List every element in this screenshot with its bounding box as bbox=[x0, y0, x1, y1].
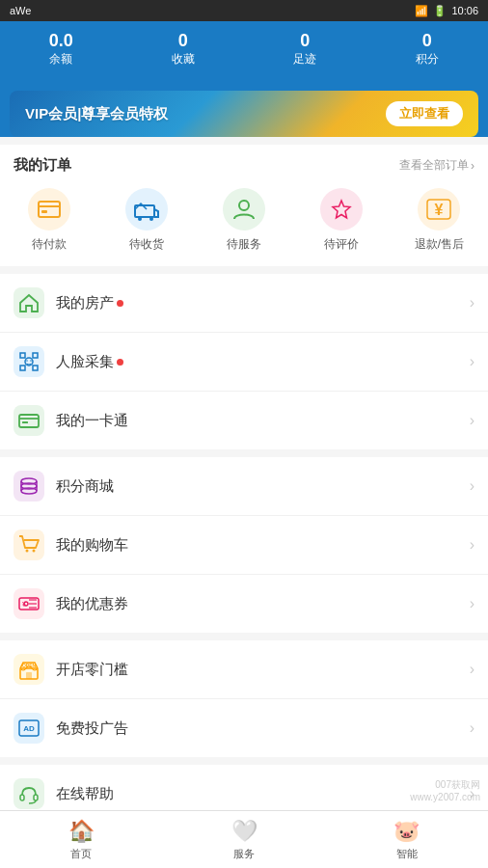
pending-service-icon bbox=[223, 188, 265, 231]
nav-item-smart[interactable]: 🐷 智能 bbox=[325, 819, 488, 861]
headset-icon bbox=[14, 778, 44, 809]
points-label: 积分 bbox=[416, 51, 439, 68]
home-nav-icon: 🏠 bbox=[68, 819, 95, 844]
database-icon bbox=[14, 471, 44, 502]
svg-point-4 bbox=[138, 217, 142, 221]
orders-section: 我的订单 查看全部订单 › 待付款 bbox=[0, 145, 488, 266]
svg-rect-0 bbox=[39, 202, 60, 217]
vip-banner[interactable]: VIP会员|尊享会员特权 立即查看 bbox=[10, 91, 478, 137]
view-all-orders[interactable]: 查看全部订单 › bbox=[399, 157, 474, 174]
svg-rect-35 bbox=[20, 795, 24, 800]
cart-icon bbox=[14, 529, 44, 560]
pending-review-label: 待评价 bbox=[324, 236, 359, 253]
svg-point-15 bbox=[30, 360, 32, 362]
points-mall-label: 积分商城 bbox=[56, 477, 470, 496]
footprint-num: 0 bbox=[300, 32, 310, 49]
home-nav-label: 首页 bbox=[70, 847, 92, 861]
order-icons-row: 待付款 待收货 bbox=[0, 182, 488, 266]
svg-rect-11 bbox=[20, 366, 25, 370]
chevron-right-icon: › bbox=[470, 477, 474, 495]
smart-nav-label: 智能 bbox=[396, 847, 418, 861]
business-menu-section: OPEN 开店零门槛 › AD 免费投广告 › bbox=[0, 640, 488, 757]
status-bar: aWe 📶 🔋 10:06 bbox=[0, 0, 488, 21]
property-menu-section: 我的房产 › 人脸采集 › bbox=[0, 274, 488, 449]
face-icon bbox=[14, 346, 44, 377]
status-left-text: aWe bbox=[10, 5, 31, 16]
svg-text:¥: ¥ bbox=[435, 202, 444, 218]
online-help-label: 在线帮助 bbox=[56, 785, 470, 803]
nav-item-service[interactable]: 🤍 服务 bbox=[163, 819, 326, 861]
order-pending-pay[interactable]: 待付款 bbox=[0, 188, 97, 253]
bottom-nav: 🏠 首页 🤍 服务 🐷 智能 bbox=[0, 810, 488, 868]
refund-icon: ¥ bbox=[418, 188, 460, 231]
svg-rect-18 bbox=[22, 421, 28, 423]
pending-service-label: 待服务 bbox=[227, 236, 261, 253]
time-display: 10:06 bbox=[451, 5, 478, 16]
ad-icon: AD bbox=[14, 713, 44, 744]
pending-review-icon bbox=[320, 188, 363, 231]
chevron-right-icon: › bbox=[470, 719, 474, 737]
my-property-label: 我的房产 bbox=[56, 294, 470, 312]
refund-label: 退款/售后 bbox=[415, 236, 464, 253]
menu-item-my-card[interactable]: 我的一卡通 › bbox=[0, 392, 488, 449]
wifi-icon: 📶 bbox=[415, 5, 428, 17]
card-icon bbox=[14, 405, 44, 436]
chevron-right-icon: › bbox=[470, 536, 474, 554]
svg-rect-31 bbox=[26, 672, 32, 679]
svg-point-6 bbox=[239, 201, 249, 210]
balance-num: 0.0 bbox=[49, 32, 73, 49]
order-pending-receive[interactable]: 待收货 bbox=[97, 188, 195, 253]
svg-rect-10 bbox=[33, 353, 38, 358]
tab-balance[interactable]: 0.0 余额 bbox=[0, 32, 122, 68]
svg-rect-9 bbox=[20, 353, 25, 358]
vip-text: VIP会员|尊享会员特权 bbox=[25, 105, 168, 123]
chevron-right-icon: › bbox=[470, 294, 474, 312]
shopping-cart-label: 我的购物车 bbox=[56, 536, 470, 555]
svg-text:AD: AD bbox=[23, 724, 35, 733]
vip-button[interactable]: 立即查看 bbox=[386, 101, 463, 126]
smart-nav-icon: 🐷 bbox=[393, 819, 420, 844]
balance-label: 余额 bbox=[49, 51, 72, 68]
favorites-label: 收藏 bbox=[172, 51, 195, 68]
menu-item-shopping-cart[interactable]: 我的购物车 › bbox=[0, 516, 488, 575]
free-ad-label: 免费投广告 bbox=[56, 719, 470, 738]
coupon-icon: ¥ bbox=[14, 588, 44, 619]
tab-favorites[interactable]: 0 收藏 bbox=[122, 32, 245, 68]
svg-rect-12 bbox=[33, 366, 38, 370]
menu-item-coupons[interactable]: ¥ 我的优惠券 › bbox=[0, 575, 488, 633]
chevron-right-icon: › bbox=[470, 661, 474, 678]
main-content: VIP会员|尊享会员特权 立即查看 我的订单 查看全部订单 › bbox=[0, 77, 488, 810]
orders-header: 我的订单 查看全部订单 › bbox=[0, 145, 488, 182]
svg-rect-36 bbox=[34, 795, 38, 800]
shop-menu-section: 积分商城 › 我的购物车 › ¥ bbox=[0, 457, 488, 633]
pending-receive-label: 待收货 bbox=[129, 236, 164, 253]
svg-point-23 bbox=[33, 550, 36, 553]
svg-rect-16 bbox=[19, 415, 39, 427]
order-pending-service[interactable]: 待服务 bbox=[195, 188, 292, 253]
order-pending-review[interactable]: 待评价 bbox=[293, 188, 391, 253]
chevron-right-icon: › bbox=[470, 412, 474, 429]
nav-item-home[interactable]: 🏠 首页 bbox=[0, 819, 163, 861]
service-nav-icon: 🤍 bbox=[231, 819, 258, 844]
menu-item-open-store[interactable]: OPEN 开店零门槛 › bbox=[0, 640, 488, 699]
property-dot bbox=[117, 300, 123, 307]
menu-item-face-collect[interactable]: 人脸采集 › bbox=[0, 333, 488, 392]
coupons-label: 我的优惠券 bbox=[56, 595, 470, 613]
menu-item-my-property[interactable]: 我的房产 › bbox=[0, 274, 488, 333]
tab-points[interactable]: 0 积分 bbox=[366, 32, 489, 68]
status-right: 📶 🔋 10:06 bbox=[415, 5, 478, 17]
battery-icon: 🔋 bbox=[433, 5, 447, 17]
face-dot bbox=[117, 359, 123, 366]
svg-text:OPEN: OPEN bbox=[22, 663, 37, 668]
svg-point-22 bbox=[26, 550, 29, 553]
tab-footprint[interactable]: 0 足迹 bbox=[244, 32, 366, 68]
chevron-right-icon: › bbox=[471, 159, 474, 173]
pending-pay-label: 待付款 bbox=[32, 236, 67, 253]
chevron-right-icon: › bbox=[470, 595, 474, 612]
menu-item-points-mall[interactable]: 积分商城 › bbox=[0, 457, 488, 516]
open-store-label: 开店零门槛 bbox=[56, 661, 470, 679]
menu-item-free-ad[interactable]: AD 免费投广告 › bbox=[0, 699, 488, 757]
favorites-num: 0 bbox=[178, 32, 188, 49]
order-refund[interactable]: ¥ 退款/售后 bbox=[391, 188, 488, 253]
footprint-label: 足迹 bbox=[293, 51, 316, 68]
